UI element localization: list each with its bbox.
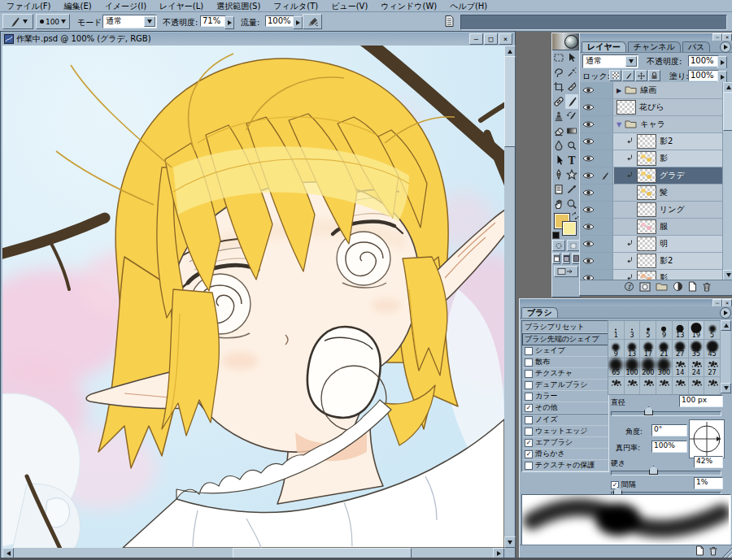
diameter-slider-thumb[interactable]: [644, 406, 653, 415]
brushes-palette-title-bar[interactable]: — ×: [520, 299, 732, 306]
flow-field[interactable]: 100%: [265, 15, 294, 27]
layer-thumbnail[interactable]: [637, 185, 656, 200]
history-brush-tool[interactable]: [565, 109, 578, 124]
menu-item-2[interactable]: イメージ(I): [98, 1, 153, 11]
menu-item-1[interactable]: 編集(E): [58, 1, 98, 11]
layer-thumbnail[interactable]: [637, 237, 656, 251]
angle-value[interactable]: 0°: [651, 424, 687, 436]
current-tool-button[interactable]: [2, 14, 33, 29]
lock-all-toggle[interactable]: [648, 70, 660, 81]
layer-name[interactable]: 影: [660, 153, 668, 164]
brush-option-9[interactable]: ウェットエッジ: [522, 426, 608, 437]
brush-preset-spatter-27[interactable]: [704, 377, 721, 395]
link-cell[interactable]: [596, 82, 613, 98]
layer-row-明[interactable]: 明: [580, 236, 732, 253]
menu-item-7[interactable]: ウィンドウ(W): [374, 1, 443, 11]
background-color-swatch[interactable]: [563, 222, 576, 235]
brush-preset-200-16[interactable]: 200: [640, 358, 656, 377]
layer-name[interactable]: キャラ: [640, 119, 665, 130]
gradient-tool[interactable]: [565, 124, 578, 138]
brush-preset-3-1[interactable]: 3: [625, 321, 641, 340]
fill-field[interactable]: 100%: [688, 70, 719, 81]
link-cell[interactable]: [596, 167, 613, 184]
brush-preset-24-19[interactable]: 24: [689, 358, 705, 377]
minimize-button[interactable]: —: [469, 33, 483, 45]
brush-option-3[interactable]: 散布: [522, 357, 608, 368]
adjustment-layer-button[interactable]: [673, 281, 683, 294]
type-tool[interactable]: T: [565, 153, 578, 167]
new-layer-button[interactable]: [688, 281, 697, 294]
layer-row-キャラ[interactable]: ▼キャラ: [580, 116, 732, 133]
layer-thumbnail[interactable]: [617, 100, 636, 115]
brush-option-2[interactable]: シェイプ: [522, 345, 608, 357]
brush-preset-100-15[interactable]: 100: [625, 358, 641, 377]
slice-tool[interactable]: [565, 80, 578, 94]
link-cell[interactable]: [596, 253, 613, 269]
magic-wand-tool[interactable]: [565, 65, 578, 80]
custom-shape-tool[interactable]: [565, 167, 578, 182]
visibility-toggle[interactable]: [580, 99, 597, 115]
brush-preset-5-2[interactable]: 5: [640, 321, 656, 340]
visibility-toggle[interactable]: [580, 82, 597, 98]
swap-colors-icon[interactable]: [572, 212, 579, 219]
brush-option-11[interactable]: ✓滑らかさ: [522, 449, 608, 460]
new-group-button[interactable]: [656, 282, 668, 293]
roundness-value[interactable]: 100%: [651, 441, 687, 453]
visibility-toggle[interactable]: [580, 150, 597, 167]
palette-well[interactable]: [460, 15, 727, 30]
checkbox[interactable]: [525, 370, 533, 378]
brush-preset-spatter-22[interactable]: [625, 377, 641, 395]
layer-thumbnail[interactable]: [637, 219, 656, 234]
checkbox[interactable]: [525, 428, 533, 436]
lasso-tool[interactable]: [552, 65, 565, 80]
menu-item-4[interactable]: 選択範囲(S): [210, 1, 267, 11]
default-colors-icon[interactable]: [553, 232, 559, 238]
standard-screen-button[interactable]: [552, 253, 560, 264]
link-cell[interactable]: [596, 184, 613, 201]
brush-preset-13-8[interactable]: 13: [625, 340, 641, 358]
brush-preset-spatter-21[interactable]: [608, 377, 625, 395]
visibility-toggle[interactable]: [580, 253, 597, 269]
vertical-scroll-thumb[interactable]: [504, 56, 516, 147]
expand-triangle-icon[interactable]: ▶: [617, 87, 621, 94]
layer-thumbnail[interactable]: [637, 151, 656, 166]
layer-main[interactable]: ▶線画: [614, 82, 732, 98]
brush-option-6[interactable]: カラー: [522, 391, 608, 402]
tab-channels[interactable]: チャンネル: [628, 41, 681, 52]
clone-stamp-tool[interactable]: [552, 109, 565, 124]
fullscreen-menubar-button[interactable]: [562, 253, 570, 264]
brush-option-5[interactable]: デュアルブラシ: [522, 380, 608, 391]
layer-row-花びら[interactable]: 花びら: [580, 99, 732, 116]
tab-paths[interactable]: パス: [682, 41, 710, 52]
layer-name[interactable]: 髪: [660, 187, 668, 198]
horizontal-scrollbar[interactable]: [2, 548, 504, 558]
brush-preset-spatter-25[interactable]: [673, 377, 689, 395]
brush-preset-spatter-23[interactable]: [640, 377, 656, 395]
layer-row-リング[interactable]: リング: [580, 202, 732, 219]
opacity-spinner[interactable]: [224, 16, 234, 29]
brush-preset-21-10[interactable]: 21: [656, 340, 673, 358]
layer-main[interactable]: 明: [614, 236, 732, 252]
checkbox[interactable]: [525, 416, 533, 424]
move-tool[interactable]: [565, 50, 578, 65]
palette-menu-button[interactable]: [720, 307, 731, 319]
layer-main[interactable]: 影2: [614, 133, 732, 150]
layer-style-button[interactable]: f: [624, 281, 634, 294]
brush-preset-picker[interactable]: 100: [36, 14, 70, 29]
brush-option-7[interactable]: ✓その他: [522, 402, 608, 414]
brush-preset-27-20[interactable]: 27: [704, 358, 721, 377]
layer-row-グラデ[interactable]: グラデ: [580, 167, 732, 184]
checkbox[interactable]: [525, 462, 533, 470]
new-brush-button[interactable]: [695, 545, 704, 558]
scroll-up-button[interactable]: [721, 320, 731, 331]
scroll-down-button[interactable]: [504, 536, 516, 548]
brush-tool[interactable]: [565, 94, 578, 109]
notes-tool[interactable]: [552, 182, 565, 197]
brush-preset-27-11[interactable]: 27: [673, 340, 689, 358]
layer-name[interactable]: リング: [660, 204, 685, 215]
flow-spinner[interactable]: [293, 16, 303, 29]
layer-main[interactable]: 服: [614, 219, 732, 235]
maximize-button[interactable]: □: [484, 33, 498, 45]
visibility-toggle[interactable]: [580, 116, 597, 132]
layer-name[interactable]: 明: [660, 238, 668, 250]
